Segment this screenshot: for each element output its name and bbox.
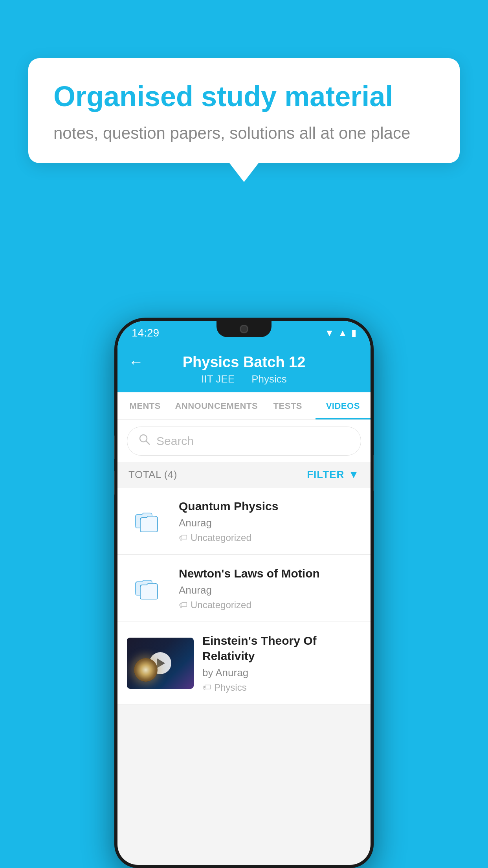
play-icon [157, 658, 165, 668]
speech-bubble-title: Organised study material [53, 80, 435, 113]
video-tag: 🏷 Uncategorized [179, 600, 361, 611]
total-count: TOTAL (4) [128, 469, 177, 481]
video-title: Newton's Laws of Motion [179, 566, 361, 581]
svg-line-1 [146, 441, 149, 444]
video-title: Quantum Physics [179, 498, 361, 514]
page-title: Physics Batch 12 [183, 354, 306, 371]
tab-bar: MENTS ANNOUNCEMENTS TESTS VIDEOS [117, 392, 371, 420]
tab-ments[interactable]: MENTS [117, 392, 172, 419]
subtitle-iitjee: IIT JEE [201, 373, 235, 385]
screen-content: ← Physics Batch 12 IIT JEE Physics MENTS… [117, 345, 371, 865]
list-item[interactable]: Einstein's Theory Of Relativity by Anura… [117, 622, 371, 704]
front-camera [240, 325, 248, 333]
tag-icon: 🏷 [179, 533, 187, 543]
list-item[interactable]: Newton's Laws of Motion Anurag 🏷 Uncateg… [117, 555, 371, 622]
tag-icon: 🏷 [202, 682, 211, 693]
phone-frame: 14:29 ▼ ▲ ▮ ← Physics Batch 12 IIT JEE P… [114, 318, 374, 868]
video-list: Quantum Physics Anurag 🏷 Uncategorized [117, 487, 371, 704]
search-icon [138, 433, 151, 449]
video-tag: 🏷 Uncategorized [179, 532, 361, 543]
filter-icon: ▼ [348, 468, 360, 481]
video-author: Anurag [179, 584, 361, 596]
speech-bubble-subtitle: notes, question papers, solutions all at… [53, 124, 435, 143]
video-title: Einstein's Theory Of Relativity [202, 633, 361, 664]
video-info: Quantum Physics Anurag 🏷 Uncategorized [179, 498, 361, 543]
signal-icon: ▲ [338, 327, 347, 338]
status-time: 14:29 [132, 327, 159, 339]
folder-icon-container [127, 509, 170, 533]
volume-up-button [114, 436, 115, 459]
video-info: Newton's Laws of Motion Anurag 🏷 Uncateg… [179, 566, 361, 611]
tab-videos[interactable]: VIDEOS [316, 392, 371, 419]
wifi-icon: ▼ [325, 327, 334, 338]
tag-label: Uncategorized [191, 532, 251, 543]
speech-bubble: Organised study material notes, question… [28, 58, 460, 163]
orb-decoration [134, 658, 158, 682]
battery-icon: ▮ [351, 327, 356, 338]
search-bar[interactable]: Search [127, 427, 361, 456]
folder-icon-container [127, 576, 170, 600]
tag-label: Uncategorized [191, 600, 251, 611]
video-author: by Anurag [202, 667, 361, 679]
power-button [373, 455, 374, 491]
list-item[interactable]: Quantum Physics Anurag 🏷 Uncategorized [117, 487, 371, 555]
status-icons: ▼ ▲ ▮ [325, 327, 356, 338]
folder-icon [135, 576, 162, 600]
subtitle-physics: Physics [251, 373, 287, 385]
header-subtitle: IIT JEE Physics [201, 373, 287, 385]
tab-tests[interactable]: TESTS [260, 392, 315, 419]
subtitle-separator [242, 373, 244, 385]
tag-label: Physics [214, 682, 247, 693]
back-button[interactable]: ← [128, 354, 143, 371]
folder-icon [135, 509, 162, 533]
search-placeholder: Search [156, 434, 194, 448]
phone-notch [216, 321, 272, 337]
video-info: Einstein's Theory Of Relativity by Anura… [202, 633, 361, 693]
search-container: Search [117, 420, 371, 462]
app-header: ← Physics Batch 12 IIT JEE Physics [117, 345, 371, 392]
phone-screen: 14:29 ▼ ▲ ▮ ← Physics Batch 12 IIT JEE P… [117, 321, 371, 865]
tab-announcements[interactable]: ANNOUNCEMENTS [172, 392, 260, 419]
video-tag: 🏷 Physics [202, 682, 361, 693]
filter-label: FILTER [307, 469, 344, 481]
filter-bar: TOTAL (4) FILTER ▼ [117, 462, 371, 487]
video-thumbnail [127, 638, 194, 689]
filter-button[interactable]: FILTER ▼ [307, 468, 360, 481]
volume-down-button [114, 471, 115, 495]
video-author: Anurag [179, 517, 361, 529]
tag-icon: 🏷 [179, 600, 187, 610]
